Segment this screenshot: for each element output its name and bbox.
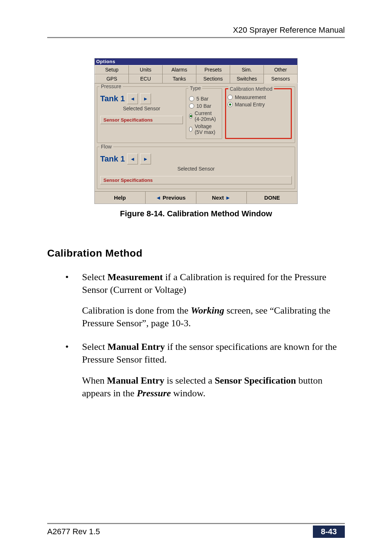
chevron-left-icon: ◄ <box>156 195 163 201</box>
text: window. <box>171 388 205 398</box>
chevron-right-icon: ► <box>143 156 148 162</box>
footer-revision: A2677 Rev 1.5 <box>47 527 100 536</box>
calibration-method-group: Calibration Method Measurement Manual En… <box>225 88 292 139</box>
type-legend: Type <box>188 85 202 91</box>
text-bold: Manual Entry <box>107 375 164 386</box>
footer-page-number: 8-43 <box>313 526 345 538</box>
flow-sensor-specifications-button[interactable]: Sensor Specifications <box>100 176 292 184</box>
calibration-legend: Calibration Method <box>228 86 274 92</box>
type-group: Type 5 Bar 10 Bar Current <box>186 88 222 139</box>
options-window: Options Setup Units Alarms Presets Sim. … <box>94 58 298 204</box>
previous-button[interactable]: ◄ Previous <box>146 192 196 204</box>
flow-tank-label: Tank 1 <box>100 154 125 164</box>
type-option-current[interactable]: Current (4-20mA) <box>189 110 219 123</box>
tab-rows: Setup Units Alarms Presets Sim. Other GP… <box>95 65 297 83</box>
page: X20 Sprayer Reference Manual Options Set… <box>0 0 392 556</box>
help-button[interactable]: Help <box>95 192 146 204</box>
pressure-tank-box: Tank 1 ◄ ► Selected Sensor Sensor Specif… <box>100 93 183 139</box>
type-option-label: Voltage (5V max) <box>195 123 219 135</box>
type-option-label: 5 Bar <box>196 96 208 102</box>
chevron-right-icon: ► <box>143 96 148 102</box>
tab-row-2: GPS ECU Tanks Sections Switches Sensors <box>95 74 298 83</box>
pressure-selected-sensor-label: Selected Sensor <box>100 106 183 111</box>
done-button[interactable]: DONE <box>247 192 297 204</box>
radio-icon <box>189 127 192 132</box>
pressure-next-tank-button[interactable]: ► <box>140 93 151 104</box>
radio-icon <box>228 95 233 100</box>
chevron-right-icon: ► <box>224 195 231 201</box>
paragraph: Calibration is done from the Working scr… <box>82 304 345 330</box>
text: When <box>82 375 107 386</box>
radio-icon <box>189 114 192 119</box>
text-bold: Measurement <box>107 272 163 282</box>
next-button[interactable]: Next ► <box>196 192 247 204</box>
bottom-bar: Help ◄ Previous Next ► DONE <box>95 191 297 204</box>
text: is selected a <box>164 375 215 386</box>
pressure-sensor-specifications-button[interactable]: Sensor Specifications <box>100 116 183 124</box>
cal-option-label: Manual Entry <box>235 102 265 107</box>
next-label: Next <box>212 195 224 201</box>
list-item: Select Manual Entry if the sensor specif… <box>62 340 345 399</box>
pressure-legend: Pressure <box>99 83 123 89</box>
type-option-10bar[interactable]: 10 Bar <box>189 102 219 110</box>
text: Calibration is done from the <box>82 305 191 316</box>
type-option-label: 10 Bar <box>196 103 211 109</box>
type-option-voltage[interactable]: Voltage (5V max) <box>189 123 219 136</box>
radio-icon <box>189 103 194 109</box>
pressure-prev-tank-button[interactable]: ◄ <box>127 93 138 104</box>
flow-next-tank-button[interactable]: ► <box>140 154 151 164</box>
cal-option-label: Measurement <box>235 94 266 100</box>
tab-switches[interactable]: Switches <box>230 75 264 83</box>
tab-sections[interactable]: Sections <box>196 75 230 83</box>
section-heading: Calibration Method <box>47 248 345 259</box>
pressure-group: Pressure Tank 1 ◄ ► <box>97 86 295 143</box>
pressure-tank-label: Tank 1 <box>100 94 125 103</box>
body-list: Select Measurement if a Calibration is r… <box>62 271 345 400</box>
text-bold: Manual Entry <box>107 342 165 352</box>
tab-units[interactable]: Units <box>129 66 163 74</box>
cal-option-manual-entry[interactable]: Manual Entry <box>228 101 289 108</box>
cal-option-measurement[interactable]: Measurement <box>228 94 289 101</box>
text-bold-italic: Pressure <box>137 388 171 398</box>
type-option-label: Current (4-20mA) <box>195 110 219 122</box>
figure-caption: Figure 8-14. Calibration Method Window <box>94 209 298 218</box>
text: Select <box>82 342 107 352</box>
tab-other[interactable]: Other <box>264 66 298 74</box>
previous-label: Previous <box>163 195 185 201</box>
tab-presets[interactable]: Presets <box>196 66 230 74</box>
text: Select <box>82 272 107 282</box>
page-header: X20 Sprayer Reference Manual <box>47 25 345 38</box>
flow-group: Flow Tank 1 ◄ ► Selected Sensor S <box>97 147 295 189</box>
flow-prev-tank-button[interactable]: ◄ <box>127 154 138 164</box>
tab-alarms[interactable]: Alarms <box>163 66 196 74</box>
chevron-left-icon: ◄ <box>130 156 135 162</box>
flow-selected-sensor-label: Selected Sensor <box>100 166 292 172</box>
tab-sensors[interactable]: Sensors <box>264 75 298 83</box>
page-footer: A2677 Rev 1.5 8-43 <box>47 523 345 538</box>
text-bold: Sensor Specification <box>215 375 296 386</box>
chevron-left-icon: ◄ <box>130 96 135 102</box>
type-option-5bar[interactable]: 5 Bar <box>189 95 219 102</box>
tab-gps[interactable]: GPS <box>95 75 129 83</box>
tab-sim[interactable]: Sim. <box>230 66 264 74</box>
tab-ecu[interactable]: ECU <box>129 75 163 83</box>
radio-icon <box>189 96 194 101</box>
list-item: Select Measurement if a Calibration is r… <box>62 271 345 330</box>
header-title: X20 Sprayer Reference Manual <box>233 25 345 34</box>
flow-legend: Flow <box>99 144 113 150</box>
tab-row-1: Setup Units Alarms Presets Sim. Other <box>95 65 298 74</box>
flow-tank-box: Tank 1 ◄ ► Selected Sensor Sensor Specif… <box>100 154 292 184</box>
text-bold-italic: Working <box>191 305 224 316</box>
paragraph: When Manual Entry is selected a Sensor S… <box>82 374 345 400</box>
tab-tanks[interactable]: Tanks <box>163 75 196 83</box>
radio-icon <box>228 102 233 107</box>
window-title: Options <box>95 58 297 65</box>
sensors-pane: Pressure Tank 1 ◄ ► <box>95 83 297 191</box>
figure-container: Options Setup Units Alarms Presets Sim. … <box>94 58 298 218</box>
tab-setup[interactable]: Setup <box>95 66 129 74</box>
